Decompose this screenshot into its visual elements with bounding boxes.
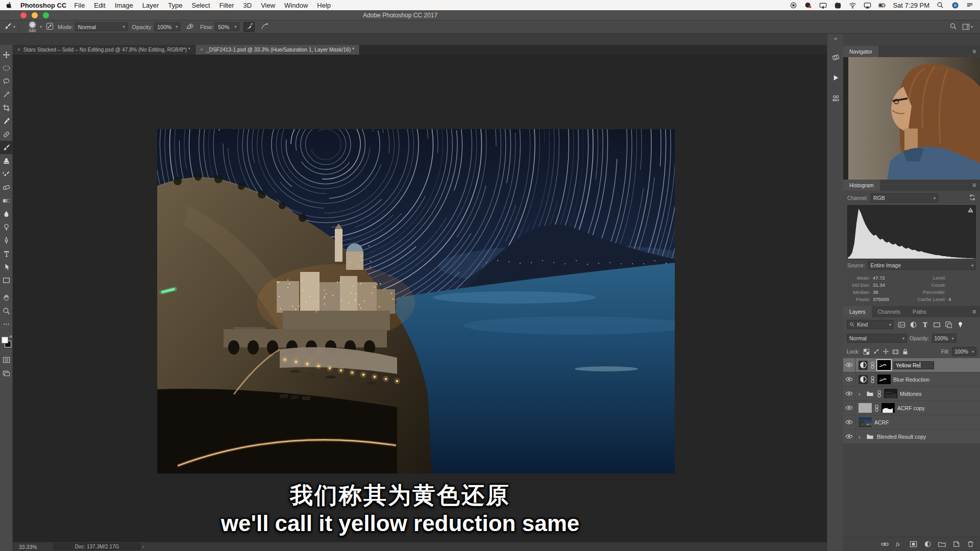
layer-row-acrf[interactable]: ACRF	[843, 415, 980, 430]
brush-settings-toggle[interactable]	[46, 22, 54, 31]
refresh-histogram-icon[interactable]	[969, 194, 976, 202]
document-size-field[interactable]: Doc: 137.3M/2.17G	[54, 543, 140, 550]
shape-layer-filter-icon[interactable]	[932, 320, 942, 329]
tool-path-selection[interactable]	[0, 260, 13, 273]
window-zoom-button[interactable]	[43, 12, 49, 18]
visibility-eye-icon[interactable]	[843, 430, 855, 443]
spotlight-search-icon[interactable]	[936, 1, 944, 9]
type-layer-filter-icon[interactable]	[920, 320, 930, 329]
swap-colors-icon[interactable]: ⇄	[9, 335, 12, 339]
layer-opacity-dropdown[interactable]: 100% ▾	[932, 334, 957, 343]
menu-window[interactable]: Window	[280, 2, 312, 9]
visibility-eye-icon[interactable]	[843, 387, 855, 400]
color-swatches[interactable]: ⇄	[0, 335, 13, 352]
menu-view[interactable]: View	[256, 2, 280, 9]
document-tab-2[interactable]: × _DSF2413-1.psd @ 33.3% (Hue/Saturation…	[195, 45, 360, 55]
layer-row-blue-reduction[interactable]: Blue Reduction	[843, 372, 980, 387]
airplay-icon[interactable]	[863, 1, 871, 9]
lock-artboard-icon[interactable]	[891, 347, 899, 356]
tab-histogram[interactable]: Histogram	[843, 180, 880, 191]
play-icon[interactable]	[827, 69, 844, 86]
battery-charging-icon[interactable]	[878, 1, 886, 9]
layer-row-blended-result-copy[interactable]: ›Blended Result copy	[843, 430, 980, 444]
tool-zoom[interactable]	[0, 304, 13, 317]
canvas-area[interactable]	[13, 55, 827, 542]
pixel-layer-filter-icon[interactable]	[897, 320, 906, 329]
screen-mode-button[interactable]	[0, 366, 13, 380]
lock-transparency-icon[interactable]	[862, 347, 870, 356]
layer-thumbnail[interactable]	[859, 403, 872, 413]
layer-name-input[interactable]: Yellow Re	[893, 361, 934, 369]
new-group-icon[interactable]	[938, 540, 946, 548]
document-canvas[interactable]	[157, 129, 675, 473]
menu-help[interactable]: Help	[312, 2, 335, 9]
visibility-eye-icon[interactable]	[843, 358, 855, 372]
filter-kind-dropdown[interactable]: Kind ▾	[847, 320, 894, 329]
tool-type[interactable]	[0, 247, 13, 260]
tool-spot-healing-brush[interactable]	[0, 128, 13, 141]
airbrush-toggle[interactable]	[243, 22, 255, 32]
tool-history-brush[interactable]	[0, 167, 13, 181]
adobe-cc-icon[interactable]	[804, 1, 812, 9]
apple-icon[interactable]	[5, 1, 13, 9]
layer-thumbnail[interactable]	[859, 417, 872, 427]
filter-toggle-icon[interactable]	[955, 320, 965, 329]
tool-move[interactable]	[0, 48, 13, 61]
source-dropdown[interactable]: Entire Image ▾	[868, 261, 976, 270]
cached-data-warning-icon[interactable]	[967, 207, 974, 214]
tab-paths[interactable]: Paths	[906, 306, 933, 317]
tool-dodge[interactable]	[0, 220, 13, 234]
flow-dropdown[interactable]: 50%▾	[215, 22, 239, 31]
adjustment-layer-icon[interactable]	[859, 375, 868, 384]
layer-row-yellow-re[interactable]: Yellow Re	[843, 358, 980, 372]
tool-eyedropper[interactable]	[0, 114, 13, 128]
layer-blend-mode-dropdown[interactable]: Normal ▾	[847, 334, 907, 343]
display-mirror-icon[interactable]	[819, 1, 827, 9]
menu-3d[interactable]: 3D	[239, 2, 257, 9]
menu-select[interactable]: Select	[187, 2, 214, 9]
tool-blur[interactable]	[0, 207, 13, 220]
lock-pixels-icon[interactable]	[872, 347, 880, 356]
timeline-panel-icon[interactable]	[827, 89, 844, 107]
opacity-dropdown[interactable]: 100%▾	[154, 22, 181, 31]
layer-fx-icon[interactable]: fx	[895, 540, 903, 548]
window-minimize-button[interactable]	[32, 12, 38, 18]
status-arrow-icon[interactable]: ›	[142, 544, 144, 549]
smoothing-toggle[interactable]	[259, 22, 270, 32]
brush-tool-preset[interactable]: ▾	[4, 22, 15, 31]
blend-mode-dropdown[interactable]: Normal▾	[75, 22, 128, 31]
visibility-eye-icon[interactable]	[843, 401, 855, 415]
close-icon[interactable]: ×	[17, 47, 20, 53]
visibility-eye-icon[interactable]	[843, 372, 855, 386]
video-panel-icon[interactable]	[827, 48, 844, 66]
adjustment-layer-icon[interactable]	[859, 361, 868, 370]
delete-layer-icon[interactable]	[966, 540, 975, 548]
tool-brush[interactable]	[0, 141, 13, 154]
visibility-eye-icon[interactable]	[843, 415, 855, 429]
layer-fill-dropdown[interactable]: 100% ▾	[952, 347, 976, 356]
workspace-switcher-icon[interactable]: ▾	[962, 23, 973, 31]
disclosure-icon[interactable]: ›	[859, 434, 863, 440]
tool-quick-selection[interactable]	[0, 88, 13, 101]
pressure-opacity-toggle[interactable]	[185, 22, 196, 32]
menubar-clock[interactable]: Sat 7:29 PM	[893, 2, 929, 9]
menu-layer[interactable]: Layer	[138, 2, 164, 9]
menu-app-name[interactable]: Photoshop CC	[20, 2, 66, 9]
tool-hand[interactable]	[0, 291, 13, 304]
screen-record-icon[interactable]	[789, 1, 797, 9]
search-icon[interactable]	[949, 22, 957, 31]
panel-menu-icon[interactable]: ≡	[972, 48, 976, 55]
tool-eraser[interactable]	[0, 181, 13, 194]
panel-menu-icon[interactable]: ≡	[972, 308, 976, 315]
new-layer-icon[interactable]	[952, 540, 961, 548]
tool-lasso[interactable]	[0, 74, 13, 88]
close-icon[interactable]: ×	[200, 47, 203, 53]
menu-edit[interactable]: Edit	[89, 2, 110, 9]
collapse-panels-icon[interactable]: «	[827, 34, 843, 41]
tool-rectangle[interactable]	[0, 273, 13, 287]
menu-filter[interactable]: Filter	[215, 2, 239, 9]
tool-pen[interactable]	[0, 234, 13, 247]
notification-center-icon[interactable]	[966, 1, 974, 9]
evernote-icon[interactable]	[834, 1, 842, 9]
tool-crop[interactable]	[0, 101, 13, 114]
